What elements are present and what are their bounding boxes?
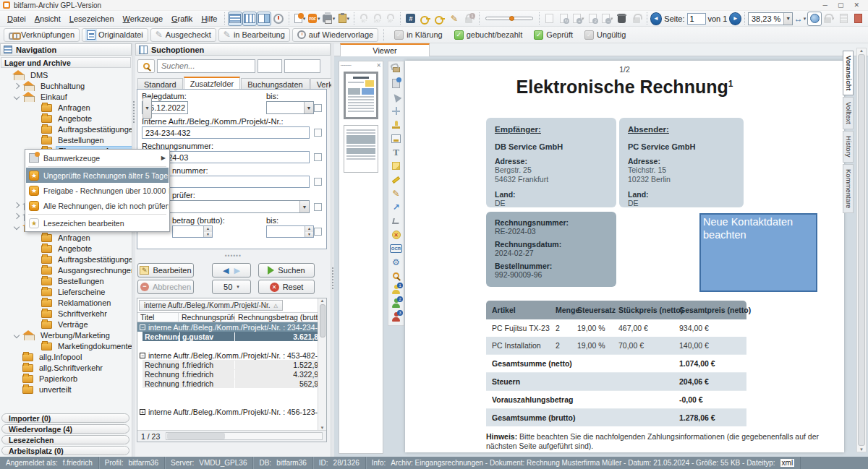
group-header-row[interactable]: −interne Auftr./Beleg./Komm./Projekt/-Nr… xyxy=(137,350,326,360)
document-clock-button[interactable]: ↻ xyxy=(557,12,571,26)
clipboard-button[interactable]: ▾ xyxy=(336,12,351,26)
tool-unlock-button[interactable] xyxy=(389,63,403,77)
tool-user-2-button[interactable]: 2 xyxy=(389,296,403,310)
tab-buchungsdaten[interactable]: Buchungsdaten xyxy=(241,78,309,90)
close-button[interactable]: ✕ xyxy=(854,1,859,9)
betrag-spinner[interactable]: ▲▼ xyxy=(172,225,213,238)
tool-sticky-note-button[interactable] xyxy=(389,159,403,173)
collapse-icon[interactable]: − xyxy=(140,324,145,330)
tree-item-schriftverkehr[interactable]: Schriftverkehr xyxy=(0,308,132,319)
sidebar-splitter[interactable] xyxy=(132,43,135,457)
tree-item-auftragsbestätigungen[interactable]: Auftragsbestätigungen xyxy=(0,124,132,134)
bearbeiten-button[interactable]: ✎Bearbeiten xyxy=(137,263,194,277)
edit-pencil-button[interactable]: ✎ xyxy=(447,12,461,26)
search-button[interactable] xyxy=(137,59,155,73)
print-button[interactable]: ▾ xyxy=(321,12,336,26)
belegdatum-checkbox[interactable] xyxy=(314,104,322,112)
view-split-button[interactable] xyxy=(257,12,271,26)
tree-item-bestellungen[interactable]: Bestellungen xyxy=(0,275,132,286)
menu-ansicht[interactable]: Ansicht xyxy=(30,13,65,25)
page-prev-button[interactable]: ◄ xyxy=(650,12,663,25)
tab-zusatzfelder[interactable]: Zusatzfelder xyxy=(184,77,241,90)
tool-move-button[interactable] xyxy=(389,104,403,118)
key-button[interactable] xyxy=(418,12,433,26)
status-button-originaldatei[interactable]: Originaldatei xyxy=(82,28,148,42)
side-tab-voransicht[interactable]: Voransicht xyxy=(843,51,854,95)
horizontal-splitter[interactable]: ▪▪▪▪▪▪ xyxy=(135,252,331,259)
tree-item-anfragen[interactable]: Anfragen xyxy=(0,232,132,243)
page-thumbnail-2[interactable] xyxy=(344,125,378,173)
zoom-combobox[interactable]: 38,23 %▼ xyxy=(748,12,793,25)
view-tree-button[interactable] xyxy=(228,12,242,26)
expand-icon[interactable]: + xyxy=(140,409,145,415)
annotation-note[interactable]: Neue Kontaktdaten beachten xyxy=(699,213,817,292)
collapse-icon[interactable] xyxy=(14,93,20,99)
tree-item-bestellungen[interactable]: Bestellungen xyxy=(0,134,132,145)
group-by-chip[interactable]: interne Auftr./Beleg./Komm./Projekt/-Nr.… xyxy=(139,300,283,311)
tree-item-angebote[interactable]: Angebote xyxy=(0,113,132,124)
tool-export-document-button[interactable] xyxy=(389,77,403,90)
close-icon[interactable]: ✕ xyxy=(376,62,381,69)
tree-item-unverteilt[interactable]: unverteilt xyxy=(0,384,132,395)
collapse-icon[interactable] xyxy=(14,223,20,229)
betrag-checkbox[interactable] xyxy=(314,228,322,236)
tree-item-lieferscheine[interactable]: Lieferscheine xyxy=(0,286,132,297)
suchen-button[interactable]: Suchen xyxy=(258,263,315,277)
sidebar-panel-importer-0-[interactable]: Importer (0) xyxy=(1,413,129,423)
lock-1-button[interactable]: 1 xyxy=(461,12,476,26)
collapse-icon[interactable]: − xyxy=(140,353,145,358)
chevron-down-icon[interactable]: ▼ xyxy=(783,13,792,25)
tool-pencil-button[interactable]: ✎ xyxy=(389,186,403,200)
tree-item-auftragsbestätigungen[interactable]: Auftragsbestätigungen xyxy=(0,254,132,264)
menu-lesezeichen[interactable]: Lesezeichen xyxy=(65,13,119,25)
sidebar-panel-lesezeichen[interactable]: Lesezeichen xyxy=(1,435,129,444)
tool-stamp-image-button[interactable] xyxy=(389,132,403,145)
menu-item-alle-rechnungen-die-ich-noch-prüfen-muss[interactable]: ★Alle Rechnungen, die ich noch prüfen mu… xyxy=(26,198,169,213)
side-tab-history[interactable]: History xyxy=(843,131,854,163)
tree-item-marketingdokumente[interactable]: Marketingdokumente xyxy=(0,340,132,351)
expand-icon[interactable] xyxy=(14,202,20,207)
pdf-export-button[interactable]: PDF▾ xyxy=(307,12,321,26)
page-number-button[interactable]: # xyxy=(404,12,418,26)
tree-item-ausgangsrechnungen[interactable]: Ausgangsrechnungen xyxy=(0,264,132,275)
document-workflow-button[interactable]: →▾ xyxy=(600,12,615,26)
viewer-vertical-scrollbar[interactable]: ▲▼ xyxy=(856,48,867,452)
tab-standard[interactable]: Standard xyxy=(137,78,183,90)
results-horizontal-scrollbar[interactable] xyxy=(166,432,323,440)
checked-icon[interactable]: ✓ xyxy=(454,30,464,40)
page-thumbnail-1[interactable] xyxy=(344,72,378,119)
nummer-checkbox[interactable] xyxy=(314,178,322,186)
side-tab-volltext[interactable]: Volltext xyxy=(843,97,854,129)
column-header-2[interactable]: Rechnungsbetrag (brutto) xyxy=(235,313,326,322)
fit-width-button[interactable]: ↔▾ xyxy=(793,12,807,26)
document-add-button[interactable]: +▾ xyxy=(571,12,586,26)
tree-item-buchhaltung[interactable]: Buchhaltung xyxy=(0,80,132,91)
results-vertical-scrollbar[interactable]: ▲▼ xyxy=(318,298,326,430)
tool-magnifier-button[interactable] xyxy=(389,269,403,283)
tool-settings-gears-button[interactable]: ⚙ xyxy=(389,255,403,269)
menu-item-lesezeichen-bearbeiten[interactable]: ★Lesezeichen bearbeiten xyxy=(26,215,169,231)
abbrechen-button[interactable]: −Abbrechen xyxy=(137,280,194,294)
reset-button[interactable]: ✕Reset xyxy=(258,280,315,294)
document-pages-button[interactable]: 2 xyxy=(586,12,600,26)
tree-item-dms[interactable]: DMS xyxy=(0,69,132,80)
result-row[interactable]: Rechnungg.gustav3.621,81 xyxy=(142,332,326,341)
delete-document-button[interactable] xyxy=(615,12,629,26)
chevron-down-icon[interactable]: ▼ xyxy=(299,201,309,212)
document-button[interactable] xyxy=(542,12,557,26)
zoom-slider[interactable] xyxy=(485,17,533,20)
menu-item-ungeprüfte-rechnungen-älter-5-tage[interactable]: ★Ungeprüfte Rechnungen älter 5 Tage xyxy=(26,168,169,183)
tool-polyline-button[interactable] xyxy=(389,214,403,228)
pruefer-checkbox[interactable] xyxy=(314,203,322,211)
maximize-button[interactable]: ▢ xyxy=(838,1,844,9)
status-button-verkn-pfungen[interactable]: Verknüpfungen xyxy=(4,28,80,42)
unlock-document-button[interactable] xyxy=(629,12,644,26)
chevron-down-icon[interactable]: ▼ xyxy=(142,97,152,119)
status-button-ausgecheckt[interactable]: ✎Ausgecheckt xyxy=(150,28,216,42)
status-button-in-bearbeitung[interactable]: ✎in Bearbeitung xyxy=(218,28,290,42)
tool-user-3-button[interactable]: 3 xyxy=(389,310,403,324)
tree-item-werbung-marketing[interactable]: Werbung/Marketing xyxy=(0,330,132,340)
column-header-0[interactable]: Titel xyxy=(137,313,179,322)
tool-arrow-annotation-button[interactable]: ↗ xyxy=(389,200,403,214)
result-row[interactable]: Rechnungf.friedrich562,95 xyxy=(142,379,326,388)
